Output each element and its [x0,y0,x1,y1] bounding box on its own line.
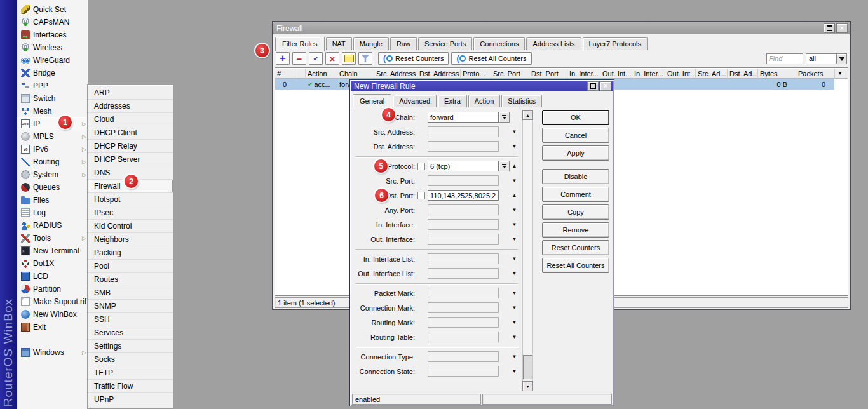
sidebar-item[interactable]: System [17,168,88,181]
table-column-header[interactable]: Proto... [461,68,491,79]
expand-toggle[interactable] [510,144,519,149]
field-input[interactable] [428,268,499,279]
submenu-item[interactable]: Hotspot [88,192,173,206]
submenu-item[interactable]: DHCP Server [88,152,173,166]
table-column-header[interactable]: Out. Int... [600,68,632,79]
submenu-item[interactable]: Routes [88,272,173,286]
remove-rule-button[interactable] [292,52,306,65]
submenu-item[interactable]: Settings [88,339,173,352]
dialog-tab[interactable]: Statistics [501,95,542,107]
expand-toggle[interactable] [510,207,519,213]
table-column-header[interactable]: Out. Int... [665,68,696,79]
comment-rule-button[interactable] [342,52,356,65]
field-input[interactable] [428,175,499,186]
field-input[interactable] [428,126,499,137]
submenu-item[interactable]: Kid Control [88,219,173,232]
submenu-item[interactable]: UPnP [88,392,173,406]
submenu-item[interactable]: Neighbors [88,232,173,246]
filter-button[interactable] [358,52,372,65]
expand-toggle[interactable] [510,334,519,340]
submenu-item[interactable]: Cloud [88,112,173,126]
firewall-tab[interactable]: Service Ports [418,37,472,50]
maximize-button[interactable] [824,23,835,33]
copy-button[interactable]: Copy [542,204,609,220]
dialog-tab[interactable]: Extra [438,95,467,107]
sidebar-item[interactable]: WireGuard [17,54,88,67]
table-column-header[interactable]: Src. Ad... [696,68,728,79]
expand-toggle[interactable] [510,305,519,311]
table-column-header[interactable]: In. Inter... [632,68,665,79]
field-input[interactable]: forward [428,112,499,123]
submenu-item[interactable]: Socks [88,352,173,366]
submenu-item[interactable]: TFTP [88,366,173,379]
sidebar-item[interactable]: Exit [17,321,88,333]
table-column-header[interactable]: Dst. Ad... [728,68,758,79]
table-column-header[interactable]: Dst. Address [417,68,461,79]
expand-toggle[interactable] [510,271,519,276]
sidebar-item[interactable]: RADIUS [17,219,88,232]
reset-counters-button[interactable]: Reset Counters [542,240,609,255]
expand-toggle[interactable] [510,290,519,296]
field-input[interactable] [428,234,499,245]
dialog-tab[interactable]: General [353,94,391,108]
field-input[interactable] [428,366,499,377]
sidebar-item[interactable]: Make Supout.rif [17,295,88,308]
sidebar-item[interactable]: New WinBox [17,308,88,321]
expand-toggle[interactable] [510,368,519,374]
sidebar-item[interactable]: Switch [17,92,88,105]
submenu-item[interactable]: IPsec [88,206,173,219]
sidebar-item[interactable]: Dot1X [17,257,88,270]
scroll-down-button[interactable] [522,381,533,391]
field-input[interactable] [428,351,499,362]
table-column-header[interactable]: Bytes [758,68,796,79]
remove-button[interactable]: Remove [542,222,609,238]
submenu-item[interactable]: Services [88,326,173,339]
filter-scope-dropdown[interactable]: all [806,53,847,64]
scroll-up-button[interactable] [522,110,533,120]
enable-rule-button[interactable] [309,52,323,65]
expand-toggle[interactable] [510,192,519,198]
reset-counters-toolbar-button[interactable]: Reset Counters [378,52,449,65]
sidebar-item[interactable]: Interfaces [17,29,88,41]
disable-rule-button[interactable] [325,52,339,65]
submenu-item[interactable]: Packing [88,246,173,259]
sidebar-item[interactable]: LCD [17,270,88,283]
submenu-item[interactable]: Traffic Flow [88,379,173,392]
sidebar-item[interactable]: Mesh [17,105,88,117]
firewall-tab[interactable]: Connections [473,37,525,50]
firewall-tab[interactable]: Address Lists [526,37,581,50]
ok-button[interactable]: OK [542,110,609,125]
dialog-tab[interactable]: Advanced [393,95,437,107]
dialog-scrollbar[interactable] [522,110,533,391]
expand-toggle[interactable] [510,236,519,242]
expand-toggle[interactable] [510,319,519,325]
field-input[interactable] [428,141,499,152]
expand-toggle[interactable] [510,354,519,359]
disable-button[interactable]: Disable [542,169,609,184]
sidebar-item[interactable]: Bridge [17,67,88,79]
firewall-tab[interactable]: Filter Rules [275,37,325,51]
submenu-item[interactable]: VRF [88,406,173,409]
find-input[interactable] [766,53,803,64]
field-dropdown-button[interactable] [499,112,510,123]
submenu-item[interactable]: Pool [88,259,173,272]
scrollbar-thumb[interactable] [523,355,532,379]
dialog-tab[interactable]: Action [468,95,501,107]
submenu-item[interactable]: Firewall [88,179,173,192]
sidebar-item[interactable]: Tools [17,232,88,245]
submenu-item[interactable]: Addresses [88,99,173,112]
field-input[interactable]: 6 (tcp) [428,161,499,171]
sidebar-item[interactable]: Quick Set [17,3,88,16]
sidebar-item[interactable]: MPLS [17,130,88,143]
submenu-item[interactable]: SNMP [88,299,173,312]
field-input[interactable]: 110,143,2525,8025,2 [428,190,499,201]
firewall-titlebar[interactable]: Firewall [273,22,850,34]
submenu-item[interactable]: SSH [88,312,173,326]
sidebar-item[interactable]: Partition [17,283,88,295]
firewall-tab[interactable]: Raw [390,37,417,50]
firewall-tab[interactable]: Layer7 Protocols [583,37,648,50]
sidebar-item[interactable]: Queues [17,181,88,194]
comment-button[interactable]: Comment [542,187,609,202]
firewall-tab[interactable]: NAT [326,37,352,50]
dialog-close-button[interactable] [600,81,611,91]
